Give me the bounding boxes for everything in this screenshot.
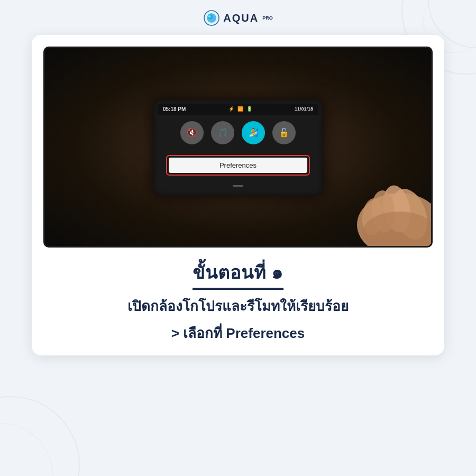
- svg-point-8: [208, 15, 210, 17]
- step-description-line2: > เลือกที่ Preferences: [49, 323, 427, 344]
- text-section: ขั้นตอนที่ ๑ เปิดกล้องโกโปรและรีโมทให้เร…: [43, 258, 433, 344]
- lock-icon: 🔓: [279, 127, 289, 138]
- activity-icon-circle: 🏄: [242, 121, 265, 144]
- voice-off-icon: 🔇: [187, 127, 197, 138]
- svg-point-4: [0, 423, 53, 476]
- logo: AQUA PRO: [203, 10, 272, 26]
- preferences-button[interactable]: Preferences: [169, 158, 307, 173]
- gopro-screen: 05:18 PM ⚡ 📶 🔋 11/01/18 🔇: [158, 104, 318, 191]
- preferences-button-wrapper: Preferences: [166, 155, 310, 176]
- top-bar: AQUA PRO: [0, 0, 476, 32]
- activity-icon: 🏄: [248, 127, 259, 138]
- screen-statusbar: 05:18 PM ⚡ 📶 🔋 11/01/18: [158, 104, 318, 115]
- step-description-line1: เปิดกล้องโกโปรและรีโมทให้เรียบร้อย: [49, 296, 427, 317]
- music-icon-circle: 🎵: [211, 121, 234, 144]
- camera-photo: 05:18 PM ⚡ 📶 🔋 11/01/18 🔇: [43, 47, 433, 248]
- logo-icon: [203, 10, 220, 26]
- wifi-icon: ⚡: [228, 106, 234, 112]
- step-heading: ขั้นตอนที่ ๑: [49, 258, 427, 290]
- status-icons: ⚡ 📶 🔋: [228, 106, 252, 112]
- music-icon: 🎵: [217, 127, 228, 138]
- main-card: 05:18 PM ⚡ 📶 🔋 11/01/18 🔇: [32, 35, 444, 355]
- screen-pref-area: Preferences: [158, 151, 318, 183]
- status-time: 05:18 PM: [163, 106, 186, 112]
- brand-name: AQUA: [223, 12, 259, 24]
- battery-icon: 🔋: [246, 106, 252, 112]
- brand-sup: PRO: [262, 15, 273, 21]
- gopro-device: 05:18 PM ⚡ 📶 🔋 11/01/18 🔇: [153, 99, 323, 195]
- signal-icon: 📶: [237, 106, 243, 112]
- gopro-screen-wrapper: 05:18 PM ⚡ 📶 🔋 11/01/18 🔇: [153, 99, 323, 195]
- status-date: 11/01/18: [295, 106, 313, 112]
- screen-scroll: [158, 183, 318, 191]
- lock-icon-circle: 🔓: [272, 121, 296, 144]
- voice-off-icon-circle: 🔇: [180, 121, 204, 144]
- svg-point-3: [0, 397, 79, 476]
- scroll-indicator: [233, 185, 243, 187]
- screen-icon-row: 🔇 🎵 🏄 🔓: [158, 115, 318, 151]
